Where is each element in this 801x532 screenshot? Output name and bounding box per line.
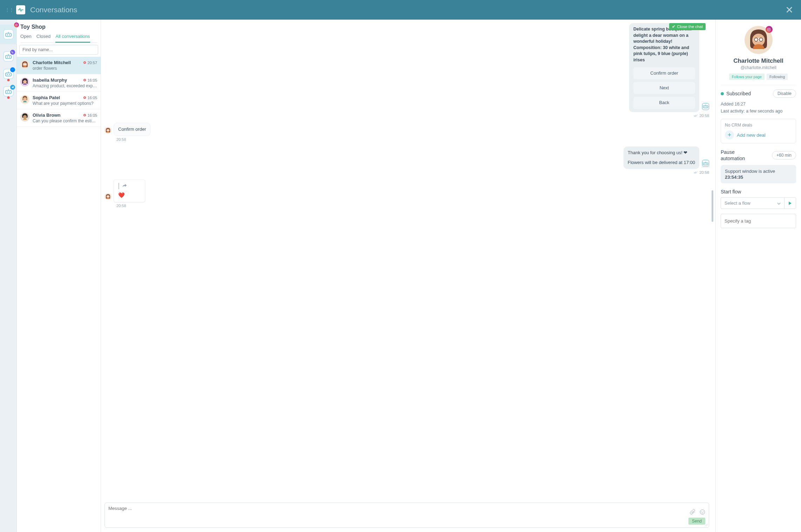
channel-telegram[interactable]	[3, 86, 14, 97]
profile-avatar	[745, 26, 773, 54]
flow-select[interactable]: Select a flow	[721, 197, 784, 209]
play-flow-button[interactable]	[784, 197, 796, 209]
search-input[interactable]	[19, 45, 98, 55]
crm-deals-box: No CRM deals + Add new deal	[721, 119, 796, 143]
bot-avatar-icon	[702, 103, 709, 110]
viber-icon	[10, 50, 15, 55]
conversation-name: Sophia Patel	[33, 95, 60, 100]
telegram-icon	[10, 85, 15, 90]
svg-rect-0	[5, 33, 11, 36]
status-dot-icon	[721, 92, 724, 95]
svg-point-42	[701, 511, 702, 512]
svg-point-35	[705, 163, 705, 164]
channel-messenger[interactable]	[3, 69, 14, 79]
bot-message: Thank you for choosing us! ❤ Flowers wil…	[624, 146, 699, 169]
conversation-item[interactable]: Olivia Brown 16:05 Can you please confir…	[17, 109, 101, 127]
messenger-icon	[10, 67, 15, 72]
avatar	[20, 112, 29, 122]
svg-rect-27	[704, 105, 708, 108]
scrollbar[interactable]	[712, 23, 713, 500]
support-timer: 23:54:35	[725, 175, 792, 180]
conversation-name: Charlotte Mitchell	[33, 60, 71, 65]
plus-icon: +	[725, 130, 734, 139]
chevron-down-icon	[777, 200, 781, 206]
conversation-preview: Can you please confirm the estim...	[33, 118, 97, 123]
support-window-box: Support window is active 23:54:35	[721, 165, 796, 183]
conversation-time: 16:05	[83, 113, 97, 117]
close-icon[interactable]: ✕	[782, 3, 796, 17]
user-message: Confirm order	[114, 123, 150, 136]
user-avatar	[105, 127, 112, 134]
pause-60-button[interactable]: +60 min	[772, 151, 796, 159]
add-deal-button[interactable]: + Add new deal	[725, 130, 792, 139]
message-meta: 20:58	[105, 204, 709, 208]
disable-button[interactable]: Disable	[773, 89, 796, 98]
svg-point-26	[23, 115, 27, 118]
svg-point-12	[9, 74, 10, 75]
svg-rect-4	[15, 24, 18, 26]
tab-open[interactable]: Open	[20, 34, 32, 42]
conversation-list: Charlotte Mitchell 20:57 order flowers I…	[17, 57, 101, 532]
main-layout: Toy Shop Open Closed All conversations C…	[0, 20, 801, 532]
read-checks-icon	[694, 114, 698, 118]
tab-all[interactable]: All conversations	[55, 34, 90, 43]
profile-name: Charlotte Mitchell	[721, 57, 796, 64]
last-activity: Last activity: a few seconds ago	[721, 108, 796, 115]
contact-details-panel: Charlotte Mitchell @charlotte.mitchell F…	[715, 20, 801, 532]
message-input[interactable]	[108, 506, 690, 516]
conversation-item[interactable]: Charlotte Mitchell 20:57 order flowers	[17, 57, 101, 74]
avatar	[20, 60, 29, 69]
svg-rect-34	[704, 163, 708, 165]
svg-point-41	[700, 510, 705, 514]
unread-ring-icon	[83, 79, 86, 81]
unread-dot	[7, 79, 9, 81]
emoji-icon[interactable]	[700, 509, 705, 516]
send-button[interactable]: Send	[688, 518, 705, 525]
conversations-panel: Toy Shop Open Closed All conversations C…	[17, 20, 101, 532]
conversation-name: Olivia Brown	[33, 112, 60, 118]
header-bar: ⋮⋮ Conversations ✕	[0, 0, 801, 20]
profile-handle: @charlotte.mitchell	[721, 65, 796, 70]
action-confirm-order[interactable]: Confirm order	[633, 67, 695, 79]
attach-icon[interactable]	[690, 509, 695, 516]
drag-handle-icon[interactable]: ⋮⋮	[5, 7, 13, 13]
svg-point-29	[706, 107, 707, 107]
tab-closed[interactable]: Closed	[36, 34, 51, 42]
svg-rect-20	[23, 64, 26, 65]
inbox-title: Toy Shop	[20, 24, 97, 30]
action-back[interactable]: Back	[633, 97, 695, 109]
svg-rect-14	[5, 90, 11, 94]
conversation-item[interactable]: Isabella Murphy 16:05 Amazing product, e…	[17, 74, 101, 92]
svg-point-51	[769, 28, 770, 29]
bot-avatar-icon	[702, 160, 709, 167]
svg-point-7	[7, 56, 8, 57]
conversation-time: 16:05	[83, 78, 97, 82]
svg-point-50	[768, 29, 770, 30]
list-tabs: Open Closed All conversations	[20, 34, 97, 43]
chat-scroll[interactable]: Delicate spring bouquet will delight a d…	[101, 20, 715, 500]
conversation-preview: order flowers	[33, 66, 97, 71]
conversation-preview: Amazing product, exceeded expe...	[33, 83, 97, 88]
conversation-time: 20:57	[83, 61, 97, 65]
action-next[interactable]: Next	[633, 82, 695, 94]
conversation-item[interactable]: Sophia Patel 16:05 What are your payment…	[17, 92, 101, 109]
svg-rect-10	[5, 73, 11, 76]
svg-rect-6	[5, 55, 11, 59]
svg-point-11	[7, 74, 8, 75]
unread-ring-icon	[83, 61, 86, 64]
message-composer[interactable]: Send	[105, 503, 709, 528]
message-meta: 20:58	[105, 114, 709, 118]
bot-message: Delicate spring bouquet will delight a d…	[629, 23, 699, 112]
tag-input[interactable]	[721, 214, 796, 228]
channel-instagram[interactable]	[0, 25, 17, 44]
chat-panel: ✔ Close the chat Delicate spring bouquet…	[101, 20, 715, 532]
channel-viber[interactable]	[3, 51, 14, 62]
follows-badge: Follows your page	[729, 74, 765, 80]
share-icon	[122, 183, 127, 189]
close-chat-button[interactable]: ✔ Close the chat	[669, 23, 706, 30]
following-badge: Following	[767, 74, 788, 80]
read-checks-icon	[694, 170, 698, 175]
scrollbar-thumb[interactable]	[712, 190, 713, 222]
unread-dot	[7, 96, 9, 99]
svg-point-24	[23, 97, 27, 101]
